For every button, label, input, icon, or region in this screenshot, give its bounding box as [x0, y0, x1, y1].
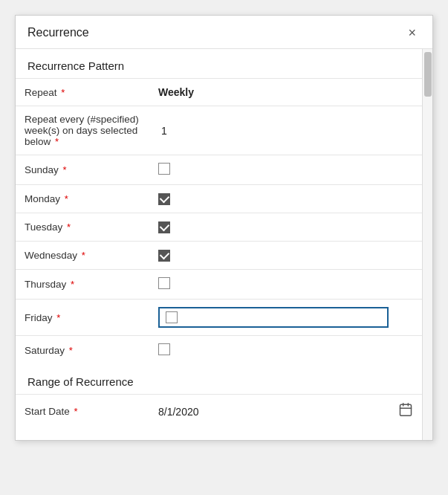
dialog-title: Recurrence — [27, 26, 89, 39]
saturday-label: Saturday * — [16, 336, 149, 366]
wednesday-label: Wednesday * — [16, 242, 149, 270]
repeat-every-label: Repeat every (#specified) week(s) on day… — [16, 106, 149, 155]
sunday-row: Sunday * — [16, 155, 422, 185]
friday-checkbox[interactable] — [166, 311, 178, 323]
repeat-label: Repeat * — [16, 79, 149, 106]
dialog-body: Recurrence Pattern Repeat * Weekly Repea… — [16, 49, 432, 440]
required-indicator: * — [82, 250, 85, 261]
saturday-checkbox-cell — [149, 336, 422, 366]
repeat-every-value: 1 — [149, 106, 422, 155]
required-indicator: * — [55, 136, 59, 147]
wednesday-row: Wednesday * — [16, 242, 422, 270]
repeat-row: Repeat * Weekly — [16, 79, 422, 106]
sunday-label: Sunday * — [16, 155, 149, 185]
thursday-label: Thursday * — [16, 270, 149, 300]
monday-checkbox-cell — [149, 185, 422, 213]
required-indicator: * — [61, 87, 65, 98]
sunday-checkbox-cell — [149, 155, 422, 185]
required-indicator: * — [69, 345, 73, 356]
wednesday-checkbox-cell — [149, 242, 422, 270]
scrollbar-thumb[interactable] — [424, 52, 432, 97]
thursday-checkbox[interactable] — [158, 277, 170, 289]
monday-label: Monday * — [16, 185, 149, 213]
required-indicator: * — [71, 279, 74, 290]
thursday-row: Thursday * — [16, 270, 422, 300]
friday-checkbox-wrapper — [158, 307, 389, 328]
thursday-checkbox-cell — [149, 270, 422, 300]
required-indicator: * — [63, 164, 67, 175]
tuesday-label: Tuesday * — [16, 213, 149, 242]
recurrence-dialog: Recurrence × Recurrence Pattern Repeat *… — [15, 15, 433, 441]
required-indicator: * — [67, 221, 71, 233]
friday-row: Friday * — [16, 300, 422, 336]
recurrence-pattern-table: Repeat * Weekly Repeat every (#specified… — [16, 78, 422, 365]
saturday-checkbox[interactable] — [158, 343, 170, 355]
start-date-row: Start Date * 8/1/2020 — [16, 395, 422, 429]
recurrence-pattern-heading: Recurrence Pattern — [16, 49, 422, 78]
range-of-recurrence-heading: Range of Recurrence — [16, 365, 422, 394]
monday-checkbox[interactable] — [158, 193, 170, 205]
required-indicator: * — [65, 193, 68, 204]
sunday-checkbox[interactable] — [158, 163, 170, 175]
start-date-value-cell: 8/1/2020 — [149, 395, 422, 428]
tuesday-row: Tuesday * — [16, 213, 422, 242]
monday-row: Monday * — [16, 185, 422, 213]
start-date-value: 8/1/2020 — [158, 406, 199, 418]
tuesday-checkbox[interactable] — [158, 221, 170, 233]
friday-checkbox-cell — [149, 300, 422, 336]
required-indicator: * — [74, 406, 78, 417]
friday-label: Friday * — [16, 300, 149, 336]
close-button[interactable]: × — [403, 25, 421, 41]
repeat-value: Weekly — [149, 79, 422, 106]
dialog-header: Recurrence × — [16, 16, 432, 49]
start-date-label: Start Date * — [16, 395, 149, 429]
calendar-icon[interactable] — [398, 402, 413, 421]
repeat-every-row: Repeat every (#specified) week(s) on day… — [16, 106, 422, 155]
scrollbar[interactable] — [422, 49, 432, 440]
tuesday-checkbox-cell — [149, 213, 422, 242]
dialog-content: Recurrence Pattern Repeat * Weekly Repea… — [16, 49, 422, 440]
svg-rect-0 — [400, 404, 412, 415]
wednesday-checkbox[interactable] — [158, 250, 170, 262]
saturday-row: Saturday * — [16, 336, 422, 366]
required-indicator: * — [56, 312, 60, 323]
range-of-recurrence-table: Start Date * 8/1/2020 — [16, 394, 422, 428]
